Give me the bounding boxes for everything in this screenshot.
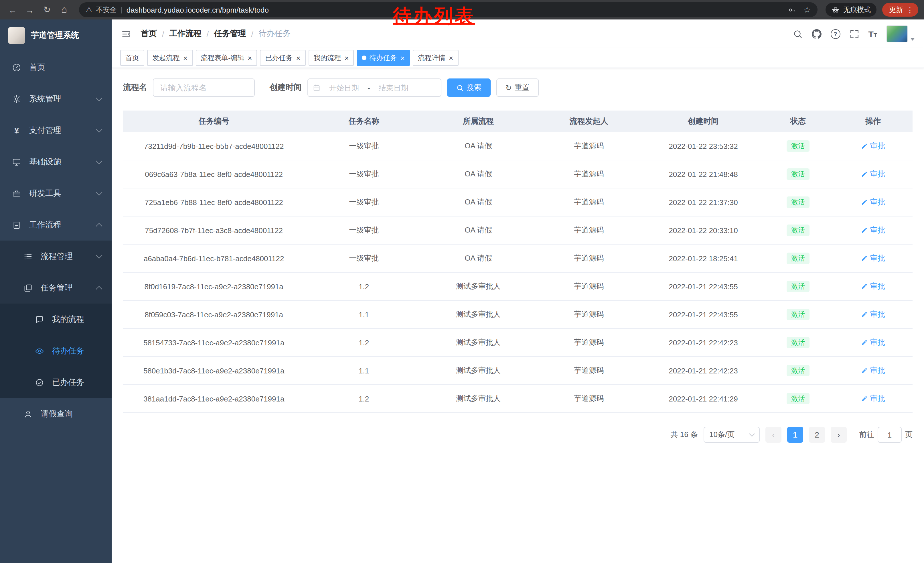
tab-my-processes[interactable]: 我的流程 × xyxy=(309,50,354,66)
cell-action: 审批 xyxy=(834,188,912,216)
search-button[interactable]: 搜索 xyxy=(447,78,490,97)
screen: ← → ↻ ⌂ ⚠ 不安全 | dashboard.yudao.iocoder.… xyxy=(0,0,924,563)
approve-link[interactable]: 审批 xyxy=(861,393,885,404)
font-size-icon[interactable]: TT xyxy=(868,29,877,39)
github-icon[interactable] xyxy=(812,29,821,39)
goto-page-input[interactable] xyxy=(878,427,902,443)
sidebar-item-task-management[interactable]: 任务管理 xyxy=(0,272,112,303)
table-row: 73211d9d-7b9b-11ec-b5b7-acde48001122 一级审… xyxy=(123,132,912,160)
table-row: 58154733-7ac8-11ec-a9e2-a2380e71991a 1.2… xyxy=(123,329,912,357)
fullscreen-icon[interactable] xyxy=(849,29,859,39)
chevron-up-icon xyxy=(96,223,102,230)
sidebar-item-label: 请假查询 xyxy=(40,408,101,419)
tab-done-tasks[interactable]: 已办任务 × xyxy=(260,50,305,66)
table-row: 75d72608-7b7f-11ec-a3c8-acde48001122 一级审… xyxy=(123,216,912,244)
process-name-input[interactable] xyxy=(153,78,255,97)
approve-link[interactable]: 审批 xyxy=(861,281,885,291)
page-button-2[interactable]: 2 xyxy=(809,427,825,443)
col-process: 所属流程 xyxy=(423,111,534,132)
cell-task-name: 1.2 xyxy=(304,384,423,413)
cell-task-name: 1.1 xyxy=(304,300,423,329)
address-divider: | xyxy=(121,6,123,14)
approve-link[interactable]: 审批 xyxy=(861,309,885,320)
browser-menu-icon[interactable]: ⋮ xyxy=(906,6,914,14)
sidebar-item-devtools[interactable]: 研发工具 xyxy=(0,177,112,209)
sidebar-item-home[interactable]: 首页 xyxy=(0,51,112,83)
cell-starter: 芋道源码 xyxy=(534,300,644,329)
help-icon[interactable]: ? xyxy=(830,29,840,39)
approve-link[interactable]: 审批 xyxy=(861,141,885,151)
tab-process-detail[interactable]: 流程详情 × xyxy=(413,50,458,66)
cell-created: 2022-01-22 18:25:41 xyxy=(644,244,762,272)
sidebar-item-done-tasks[interactable]: 已办任务 xyxy=(0,366,112,398)
table-header-row: 任务编号 任务名称 所属流程 流程发起人 创建时间 状态 操作 xyxy=(123,111,912,132)
breadcrumb-task-management[interactable]: 任务管理 xyxy=(214,29,246,39)
sidebar-item-my-processes[interactable]: 我的流程 xyxy=(0,303,112,335)
sidebar-item-process-management[interactable]: 流程管理 xyxy=(0,240,112,272)
start-date-input[interactable] xyxy=(322,83,366,93)
close-icon[interactable]: × xyxy=(296,54,300,62)
page-button-1[interactable]: 1 xyxy=(787,427,803,443)
cell-task-name: 1.1 xyxy=(304,357,423,384)
tab-todo-tasks[interactable]: 待办任务 × xyxy=(357,50,410,66)
col-task-id: 任务编号 xyxy=(123,111,304,132)
cell-status: 激活 xyxy=(762,300,834,329)
sidebar-item-workflow[interactable]: 工作流程 xyxy=(0,209,112,240)
approve-link[interactable]: 审批 xyxy=(861,337,885,348)
page-size-select[interactable]: 10条/页 xyxy=(704,427,760,443)
browser-back-button[interactable]: ← xyxy=(6,3,20,17)
close-icon[interactable]: × xyxy=(248,54,252,62)
prev-page-button[interactable]: ‹ xyxy=(765,427,782,443)
approve-link[interactable]: 审批 xyxy=(861,197,885,207)
table-row: 069c6a63-7b8a-11ec-8ef0-acde48001122 一级审… xyxy=(123,160,912,188)
update-button[interactable]: 更新 ⋮ xyxy=(882,3,918,17)
edit-icon xyxy=(861,367,868,374)
approve-link[interactable]: 审批 xyxy=(861,253,885,263)
cell-starter: 芋道源码 xyxy=(534,160,644,188)
app-title: 芋道管理系统 xyxy=(31,30,79,41)
cell-created: 2022-01-21 22:42:23 xyxy=(644,329,762,357)
tab-form-edit[interactable]: 流程表单-编辑 × xyxy=(195,50,257,66)
edit-icon xyxy=(861,199,868,206)
next-page-button[interactable]: › xyxy=(831,427,847,443)
list-icon xyxy=(23,251,33,261)
person-icon xyxy=(23,408,33,419)
status-badge: 激活 xyxy=(787,337,810,348)
breadcrumb-home[interactable]: 首页 xyxy=(141,29,157,39)
browser-home-button[interactable]: ⌂ xyxy=(57,3,71,17)
sidebar-item-payment[interactable]: ¥ 支付管理 xyxy=(0,114,112,146)
approve-link[interactable]: 审批 xyxy=(861,169,885,179)
sidebar-item-infra[interactable]: 基础设施 xyxy=(0,146,112,177)
browser-reload-button[interactable]: ↻ xyxy=(40,3,54,17)
goto-label: 前往 xyxy=(859,429,874,440)
sidebar-item-leave-query[interactable]: 请假查询 xyxy=(0,398,112,429)
approve-link[interactable]: 审批 xyxy=(861,225,885,236)
approve-label: 审批 xyxy=(870,253,885,263)
avatar[interactable] xyxy=(886,25,908,42)
sidebar-item-todo-tasks[interactable]: 待办任务 xyxy=(0,335,112,366)
user-menu[interactable] xyxy=(886,25,915,42)
close-icon[interactable]: × xyxy=(183,54,188,62)
edit-icon xyxy=(861,255,868,262)
search-icon[interactable] xyxy=(793,29,802,39)
approve-link[interactable]: 审批 xyxy=(861,365,885,376)
reset-button[interactable]: ↻ 重置 xyxy=(496,78,539,97)
tab-start-process[interactable]: 发起流程 × xyxy=(147,50,193,66)
active-dot xyxy=(362,56,367,60)
bookmark-star-icon[interactable]: ☆ xyxy=(804,5,811,14)
close-icon[interactable]: × xyxy=(449,54,453,62)
table-row: 8f0d1619-7ac8-11ec-a9e2-a2380e71991a 1.2… xyxy=(123,272,912,300)
process-name-label: 流程名 xyxy=(123,83,147,93)
close-icon[interactable]: × xyxy=(400,54,405,62)
tab-label: 首页 xyxy=(125,53,139,63)
tab-home[interactable]: 首页 xyxy=(120,50,144,66)
sidebar-item-system[interactable]: 系统管理 xyxy=(0,83,112,114)
end-date-input[interactable] xyxy=(371,83,416,93)
cell-process: 测试多审批人 xyxy=(423,384,534,413)
date-range-picker[interactable]: - xyxy=(308,78,441,97)
close-icon[interactable]: × xyxy=(345,54,349,62)
sidebar-toggle-icon[interactable] xyxy=(121,29,132,39)
password-key-icon[interactable] xyxy=(788,6,796,14)
browser-forward-button[interactable]: → xyxy=(23,3,37,17)
breadcrumb-workflow[interactable]: 工作流程 xyxy=(170,29,201,39)
